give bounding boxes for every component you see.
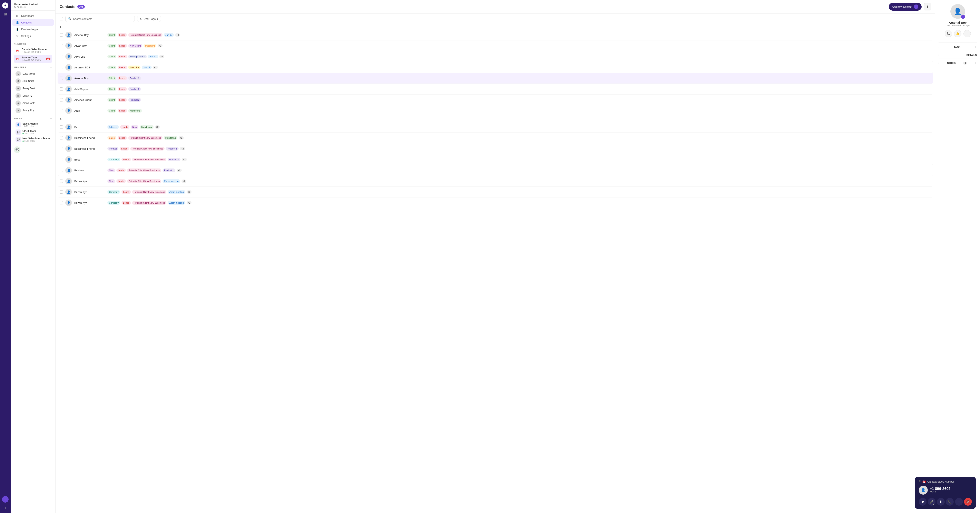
drag-handle-icon[interactable]: ⠿ <box>919 480 921 483</box>
transfer-button[interactable]: 📞 <box>946 498 954 506</box>
tag-leads: Leads <box>119 147 129 150</box>
sidebar-team-sales[interactable]: 👤 Sales Agents 0/11 online <box>14 121 52 129</box>
number-item-toronto[interactable]: 🇨🇦 Torento Team (+1) 452 245 XXXX 99 <box>14 55 52 63</box>
table-row[interactable]: 👤 Brizen Kye NewLeadsPotential Client Ne… <box>57 176 933 186</box>
sidebar-member-sam[interactable]: SSam Smith <box>14 77 52 85</box>
contact-checkbox[interactable] <box>60 66 63 69</box>
tag-leads: Leads <box>118 33 127 37</box>
contact-checkbox[interactable] <box>60 169 63 172</box>
contact-checkbox[interactable] <box>60 55 63 58</box>
call-button[interactable]: 📞 <box>945 30 952 37</box>
call-info: 👤 +1 896-2609 05:12 <box>919 486 972 495</box>
sidebar-team-uiux[interactable]: 🎧 UI/UX Team 7/11 online <box>14 129 52 136</box>
user-tags-filter[interactable]: 🏷 User Tags ▾ <box>137 16 161 22</box>
members-list: LLuise (You)SSam SmithRRossy DestDDustin… <box>14 70 52 114</box>
grid-icon[interactable]: ⊞ <box>4 12 7 16</box>
chat-icon[interactable]: 💬 <box>14 147 21 153</box>
more-options-button[interactable]: ··· <box>964 30 971 37</box>
more-tags-badge: +2 <box>180 147 185 150</box>
teams-section-header[interactable]: TEAMS + <box>14 116 52 120</box>
table-row[interactable]: 👤 Aliya Life ClientLeadsManage TeamsJan … <box>57 51 933 62</box>
sidebar-member-rossy[interactable]: RRossy Dest <box>14 85 52 92</box>
panel-avatar-add-icon[interactable]: + <box>961 15 965 19</box>
contact-checkbox[interactable] <box>60 33 63 37</box>
end-call-button[interactable]: 📵 <box>964 498 972 506</box>
table-row[interactable]: 👤 Adsl Support ClientLeadsProduct 2 <box>57 84 933 94</box>
table-row[interactable]: 👤 Aryan Boy ClientLeadsNew ClientImporta… <box>57 40 933 51</box>
sidebar-member-sunny[interactable]: SSunny Roy <box>14 107 52 114</box>
call-more-button[interactable]: ··· <box>955 498 963 506</box>
add-icon[interactable]: + <box>4 506 6 511</box>
contact-checkbox[interactable] <box>60 158 63 161</box>
panel-tags-add[interactable]: + <box>975 45 977 49</box>
contact-checkbox[interactable] <box>60 180 63 183</box>
panel-tags-header[interactable]: › TAGS + <box>939 45 977 50</box>
sidebar-item-settings[interactable]: ⚙ Settings <box>12 33 54 39</box>
contact-checkbox[interactable] <box>60 201 63 204</box>
toronto-flag-icon: 🇨🇦 <box>16 57 20 61</box>
numbers-section-header[interactable]: NUMBERS + <box>14 42 52 46</box>
members-section-header[interactable]: MEMBERS + <box>14 65 52 69</box>
table-row[interactable]: 👤 Boss CompanyLeadsPotential Client New … <box>57 154 933 165</box>
header-actions: Add new Contact + ⬇ <box>889 3 931 11</box>
add-number-button[interactable]: + <box>50 42 52 46</box>
contact-checkbox[interactable] <box>60 44 63 47</box>
tag-new: New <box>130 125 138 129</box>
contact-avatar: 👤 <box>65 32 72 38</box>
team-name-uiux: UI/UX Team <box>22 130 51 132</box>
sidebar-label-settings: Settings <box>21 35 31 38</box>
sidebar-member-aron[interactable]: AAron Hwoth <box>14 99 52 107</box>
contact-tags: ClientLeadsProduct 2 <box>107 87 931 91</box>
contact-checkbox[interactable] <box>60 88 63 91</box>
search-input[interactable] <box>73 18 132 21</box>
add-contact-button[interactable]: Add new Contact + <box>889 3 922 11</box>
contact-checkbox[interactable] <box>60 147 63 150</box>
record-button[interactable]: ⏺ <box>919 498 926 506</box>
table-row[interactable]: 👤 Bro AddressLeadsNewMonitoring+2 <box>57 122 933 132</box>
tag-leads: Leads <box>118 76 127 80</box>
sidebar-team-newsales[interactable]: 💬 New Sales Intern Teams 11/11 online <box>14 136 52 143</box>
tag-zoom: Zoom meeting <box>168 190 185 194</box>
contacts-container: A 👤 Arsenal Boy ClientLeadsPotential Cli… <box>57 24 933 208</box>
contact-checkbox[interactable] <box>60 76 63 80</box>
table-row[interactable]: 👤 Amazon TDS ClientLeadsNew hireJan 12+2 <box>57 62 933 73</box>
contact-avatar: 👤 <box>65 97 72 103</box>
contact-checkbox[interactable] <box>60 109 63 112</box>
sidebar-member-luise[interactable]: LLuise (You) <box>14 70 52 77</box>
tag-address: Address <box>107 125 119 129</box>
contact-checkbox[interactable] <box>60 190 63 194</box>
mute-button[interactable]: 🎤 <box>928 498 935 506</box>
number-phone-toronto: (+1) 452 245 XXXX <box>22 59 44 62</box>
contact-checkbox[interactable] <box>60 125 63 129</box>
contact-name: Aryan Boy <box>74 44 105 47</box>
sidebar-item-download[interactable]: 📱 Dowload Apps <box>12 26 54 32</box>
notification-button[interactable]: 🔔 <box>954 30 961 37</box>
table-row[interactable]: 👤 Brizen Kye CompanyLeadsPotential Clien… <box>57 186 933 198</box>
tag-leads: Leads <box>118 65 127 69</box>
table-row[interactable]: 👤 Brizen Kye CompanyLeadsPotential Clien… <box>57 198 933 208</box>
add-member-button[interactable]: + <box>50 65 52 69</box>
pause-button[interactable]: ⏸ <box>937 498 945 506</box>
user-avatar-icon[interactable]: L <box>2 496 9 503</box>
download-button[interactable]: ⬇ <box>924 3 931 10</box>
sidebar-item-contacts[interactable]: 👤 Contacts <box>12 19 54 26</box>
sidebar-item-dashboard[interactable]: ⊞ Dashboard <box>12 13 54 19</box>
table-row[interactable]: 👤 Bussiness Friend ProductLeadsPotential… <box>57 143 933 154</box>
table-row[interactable]: 👤 Bristane NewLeadsPotential Client New … <box>57 165 933 176</box>
panel-notes-header[interactable]: › NOTES 0 + <box>939 61 977 66</box>
table-row[interactable]: 👤 America Client ClientLeadsProduct 2 <box>57 94 933 105</box>
table-row[interactable]: 👤 Arsenal Boy ClientLeadsProduct 2 <box>57 73 933 84</box>
contact-checkbox[interactable] <box>60 136 63 140</box>
contact-checkbox[interactable] <box>60 98 63 102</box>
number-item-canada[interactable]: 🇨🇦 Canada Sales Number (+1) 452 145 XXXX <box>14 47 52 54</box>
select-all-checkbox[interactable] <box>60 17 63 21</box>
member-name-dustin: Dustin72 <box>22 94 32 97</box>
table-row[interactable]: 👤 Bussiness Friend SalesLeadsPotential C… <box>57 132 933 143</box>
table-row[interactable]: 👤 Aliza ClientLeadsMonitoring <box>57 105 933 116</box>
panel-details-header[interactable]: › DETAILS <box>939 53 977 57</box>
table-row[interactable]: 👤 Arsenal Boy ClientLeadsPotential Clien… <box>57 30 933 40</box>
sidebar-member-dustin[interactable]: DDustin72 <box>14 92 52 99</box>
add-team-button[interactable]: + <box>50 116 52 120</box>
company-credit: $4.00 Credit <box>14 6 52 8</box>
panel-notes-add[interactable]: + <box>975 61 977 65</box>
